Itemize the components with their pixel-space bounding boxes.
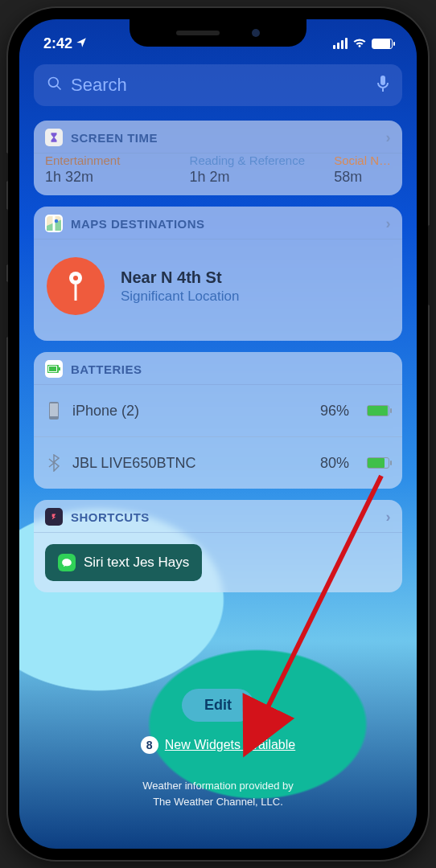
battery-widget-icon xyxy=(45,360,63,378)
battery-percent: 96% xyxy=(320,403,349,420)
screen-time-category: Entertainment xyxy=(45,154,166,167)
status-time: 2:42 xyxy=(43,35,72,52)
location-arrow-icon xyxy=(76,35,87,52)
search-input[interactable] xyxy=(71,75,368,96)
battery-row: JBL LIVE650BTNC 80% xyxy=(34,436,402,489)
power-button xyxy=(428,225,431,305)
maps-destination-row[interactable]: Near N 4th St Significant Location xyxy=(34,240,402,341)
mute-switch xyxy=(5,153,8,182)
front-camera xyxy=(252,29,260,37)
screen: 2:42 xyxy=(19,19,417,849)
batteries-widget: BATTERIES iPhone (2) 96% xyxy=(34,352,402,489)
maps-destinations-widget[interactable]: MAPS DESTINATIONS › Near N 4th St Signif… xyxy=(34,207,402,341)
chevron-right-icon: › xyxy=(386,509,392,526)
svg-rect-9 xyxy=(49,366,56,371)
cellular-signal-icon xyxy=(333,38,348,49)
screen-time-category: Social N… xyxy=(334,154,391,167)
screen-time-value: 58m xyxy=(334,169,391,186)
search-icon xyxy=(47,76,63,95)
weather-credit-line: Weather information provided by xyxy=(34,778,402,794)
battery-row: iPhone (2) 96% xyxy=(34,385,402,436)
svg-rect-2 xyxy=(380,76,385,85)
speaker-grille xyxy=(176,31,220,35)
svg-point-4 xyxy=(55,219,59,223)
shortcuts-widget[interactable]: SHORTCUTS › Siri text Jes Hays xyxy=(34,500,402,592)
svg-line-1 xyxy=(57,86,61,90)
chevron-right-icon: › xyxy=(386,215,392,232)
svg-point-0 xyxy=(49,78,59,88)
bluetooth-icon xyxy=(47,452,61,474)
battery-level-icon xyxy=(367,405,389,416)
hourglass-icon xyxy=(45,129,63,146)
destination-title: Near N 4th St xyxy=(121,268,239,287)
phone-frame: 2:42 xyxy=(8,8,428,860)
iphone-icon xyxy=(47,399,61,422)
new-widgets-label[interactable]: New Widgets Available xyxy=(165,738,295,752)
edit-button[interactable]: Edit xyxy=(182,689,254,722)
svg-rect-12 xyxy=(50,403,58,416)
screen-time-value: 1h 2m xyxy=(190,169,311,186)
screen-time-category: Reading & Reference xyxy=(190,154,311,167)
svg-point-6 xyxy=(73,276,78,280)
shortcuts-header[interactable]: SHORTCUTS › xyxy=(34,500,402,533)
microphone-icon[interactable] xyxy=(376,75,389,96)
new-widgets-link[interactable]: 8 New Widgets Available xyxy=(34,736,402,754)
device-name: JBL LIVE650BTNC xyxy=(72,455,309,472)
maps-icon xyxy=(45,215,63,232)
device-name: iPhone (2) xyxy=(72,403,309,420)
shortcuts-app-icon xyxy=(45,508,63,526)
messages-icon xyxy=(58,554,76,571)
widget-title: SHORTCUTS xyxy=(71,510,150,524)
battery-percent: 80% xyxy=(320,455,349,472)
weather-credit-line: The Weather Channel, LLC. xyxy=(34,794,402,810)
new-widgets-badge: 8 xyxy=(141,736,158,754)
destination-subtitle: Significant Location xyxy=(121,289,239,305)
widget-title: MAPS DESTINATIONS xyxy=(71,217,205,231)
widget-title: BATTERIES xyxy=(71,362,142,376)
map-pin-icon xyxy=(47,257,105,315)
shortcut-button[interactable]: Siri text Jes Hays xyxy=(45,544,202,581)
maps-header[interactable]: MAPS DESTINATIONS › xyxy=(34,207,402,240)
battery-level-icon xyxy=(367,457,389,469)
screen-time-value: 1h 32m xyxy=(45,169,166,186)
screen-time-widget[interactable]: SCREEN TIME › Entertainment 1h 32m Readi… xyxy=(34,121,402,195)
search-bar[interactable] xyxy=(34,64,402,106)
widget-title: SCREEN TIME xyxy=(71,131,158,145)
battery-icon xyxy=(372,39,393,49)
batteries-header[interactable]: BATTERIES xyxy=(34,352,402,385)
shortcut-label: Siri text Jes Hays xyxy=(84,555,189,571)
notch xyxy=(130,19,306,47)
chevron-right-icon: › xyxy=(386,129,392,146)
volume-up-button xyxy=(5,209,8,265)
wifi-icon xyxy=(352,36,367,51)
screen-time-header[interactable]: SCREEN TIME › xyxy=(34,121,402,154)
svg-rect-10 xyxy=(59,367,60,371)
volume-down-button xyxy=(5,281,8,338)
